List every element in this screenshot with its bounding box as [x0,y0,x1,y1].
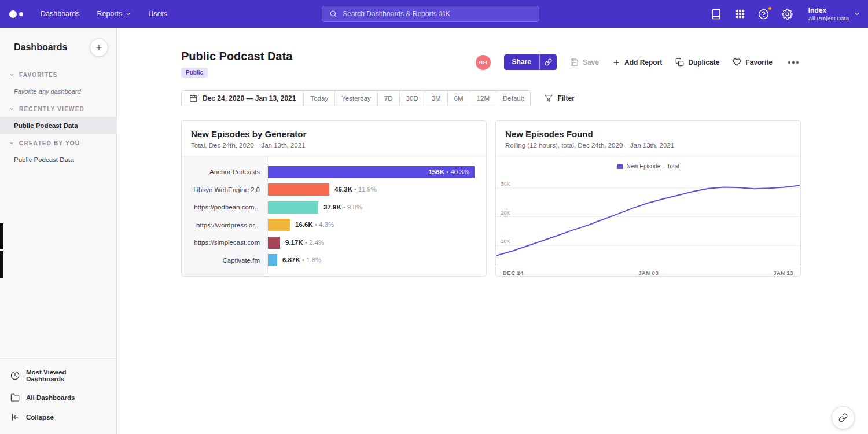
workspace-name: Index [808,6,849,15]
line-chart-wrap: 10K20K30K [496,174,800,266]
y-axis-tick: 20K [501,209,510,216]
logo-dot-large [9,10,17,18]
bar-value-label: 16.6K • 4.3% [295,219,334,231]
search-placeholder: Search Dashboards & Reports ⌘K [343,10,450,18]
nav-reports-label: Reports [97,10,122,18]
collapse-sidebar-item[interactable]: Collapse [0,407,116,427]
sidebar-item-public-podcast-data-created[interactable]: Public Podcast Data [0,151,116,168]
most-viewed-dashboards-item[interactable]: Most Viewed Dashboards [0,363,116,388]
bar-segment[interactable] [268,254,277,266]
bar-category-label: Captivate.fm [182,257,268,264]
card-title: New Episodes Found [505,129,791,139]
section-favorites[interactable]: FAVORITES [0,66,116,83]
add-report-label: Add Report [624,58,662,67]
line-chart-svg[interactable] [496,174,800,266]
plus-icon [612,58,620,67]
bar-track: 6.87K • 1.8% [268,254,486,266]
bar-row: Captivate.fm6.87K • 1.8% [182,252,486,270]
bar-segment[interactable] [268,201,318,214]
bar-track: 16.6K • 4.3% [268,219,486,231]
card-new-episodes-by-generator: New Episodes by Generator Total, Dec 24t… [181,120,487,277]
sidebar-item-public-podcast-data-recent[interactable]: Public Podcast Data [0,117,116,134]
link-icon [545,58,552,66]
bar-chart-rows: Anchor Podcasts156K • 40.3%Libsyn WebEng… [182,163,486,269]
nav-users[interactable]: Users [148,10,167,18]
all-dashboards-item[interactable]: All Dashboards [0,388,116,407]
top-nav: Dashboards Reports Users [41,10,167,18]
save-label: Save [583,58,599,67]
screen-edge-artifact [0,251,3,278]
bar-value-label: 37.9K • 9.8% [323,201,362,214]
nav-reports[interactable]: Reports [97,10,131,18]
section-created-by-you[interactable]: CREATED BY YOU [0,134,116,151]
date-preset-yesterday[interactable]: Yesterday [334,91,377,106]
duplicate-button[interactable]: Duplicate [675,58,719,67]
avatar[interactable]: RH [476,55,491,70]
section-label: FAVORITES [19,72,58,78]
card-new-episodes-found: New Episodes Found Rolling (12 hours), t… [495,120,801,277]
legend-swatch [617,164,623,169]
date-preset-3m[interactable]: 3M [425,91,447,106]
filter-label: Filter [557,94,574,102]
help-icon[interactable] [757,8,770,20]
filter-funnel-icon [545,94,553,102]
more-options-button[interactable] [786,59,801,66]
bar-value-label: 156K • 40.3% [428,166,469,178]
sidebar: Dashboards FAVORITES Favorite any dashbo… [0,28,117,434]
line-chart: New Episode – Total 10K20K30K DEC 24JAN … [496,156,800,276]
workspace-text: Index All Project Data [808,6,849,22]
bar-segment[interactable] [268,219,290,231]
page-title: Public Podcast Data [181,50,292,63]
y-axis-tick: 10K [501,238,510,244]
bar-track: 156K • 40.3% [268,166,486,178]
add-report-button[interactable]: Add Report [612,58,662,67]
workspace-subtitle: All Project Data [808,15,849,22]
new-dashboard-button[interactable] [90,38,108,57]
bar-category-label: https://simplecast.com [182,239,268,246]
workspace-switcher[interactable]: Index All Project Data [808,6,860,22]
card-subtitle: Rolling (12 hours), total, Dec 24th, 202… [505,142,791,149]
notification-badge [768,6,772,10]
chevron-down-icon [9,72,14,78]
mode-logo[interactable] [9,10,23,18]
date-preset-12m[interactable]: 12M [470,91,496,106]
date-preset-default[interactable]: Default [496,91,530,106]
global-search-input[interactable]: Search Dashboards & Reports ⌘K [322,6,539,22]
report-cards: New Episodes by Generator Total, Dec 24t… [181,120,801,277]
date-controls-row: Dec 24, 2020 — Jan 13, 2021 TodayYesterd… [181,90,801,106]
favorite-button[interactable]: Favorite [733,58,773,67]
apps-grid-icon[interactable] [734,8,746,20]
docs-book-icon[interactable] [710,8,723,20]
bar-category-label: https://wordpress.or... [182,222,268,229]
bar-segment[interactable]: 156K • 40.3% [268,166,475,178]
share-link-fab[interactable] [832,406,855,429]
bar-segment[interactable] [268,183,329,196]
nav-dashboards[interactable]: Dashboards [41,10,79,18]
plus-icon [95,43,103,52]
footer-item-label: All Dashboards [26,394,75,401]
bar-track: 9.17K • 2.4% [268,237,486,249]
bar-category-label: https://podbean.com... [182,204,268,211]
date-preset-6m[interactable]: 6M [447,91,470,106]
date-range-picker[interactable]: Dec 24, 2020 — Jan 13, 2021 [182,91,303,106]
footer-item-label: Collapse [26,414,54,421]
section-label: RECENTLY VIEWED [19,106,84,112]
dashboard-actions: RH Share Save Add Report [476,54,801,70]
bar-segment[interactable] [268,237,280,249]
sidebar-spacer [0,168,116,358]
share-link-button[interactable] [539,54,557,70]
topbar-right: Index All Project Data [710,0,860,28]
save-button[interactable]: Save [570,58,599,67]
date-preset-today[interactable]: Today [303,91,334,106]
chevron-down-icon [854,11,860,17]
filter-button[interactable]: Filter [545,94,574,102]
settings-gear-icon[interactable] [781,8,794,20]
chevron-down-icon [126,12,131,17]
date-preset-30d[interactable]: 30D [399,91,425,106]
date-range-label: Dec 24, 2020 — Jan 13, 2021 [203,94,296,102]
section-recently-viewed[interactable]: RECENTLY VIEWED [0,100,116,117]
bar-track: 37.9K • 9.8% [268,201,486,214]
share-button[interactable]: Share [504,54,539,70]
bar-value-label: 9.17K • 2.4% [285,237,324,249]
date-preset-7d[interactable]: 7D [377,91,399,106]
